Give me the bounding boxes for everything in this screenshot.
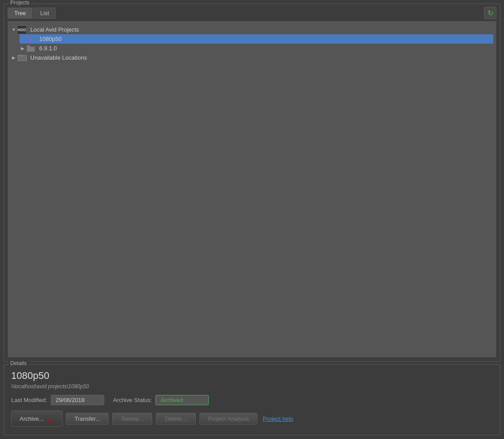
tab-tree[interactable]: Tree [8, 8, 33, 19]
tree-node-unavailable[interactable]: ▶ Unavailable Locations [11, 53, 493, 62]
buttons-row: Archive... ↙ Transfer... Sweep... Delete… [11, 411, 493, 427]
expand-arrow-6910: ▶ [20, 45, 26, 52]
tab-list[interactable]: List [33, 8, 56, 19]
details-panel-title: Details [8, 360, 28, 366]
project-name: 1080p50 [11, 370, 493, 382]
project-analysis-button[interactable]: Project Analysis [199, 413, 257, 425]
tree-node-6910[interactable]: ▶ 6.9.1.0 [20, 44, 493, 53]
archive-status-label: Archive Status: [113, 397, 152, 403]
last-modified-label: Last Modified: [11, 397, 47, 403]
project-icon-1080p50 [26, 36, 36, 43]
no-arrow-1080p50 [20, 36, 26, 42]
project-path: \\localhost\avid projects\1080p50 [11, 383, 493, 390]
transfer-button[interactable]: Transfer... [66, 413, 109, 425]
tree-label-1080p50: 1080p50 [37, 35, 64, 43]
last-modified-value: 29/06/2018 [51, 395, 104, 405]
project-help-link[interactable]: Project help [263, 415, 293, 422]
unavail-folder-icon [17, 54, 27, 61]
archive-button[interactable]: Archive... ↙ [11, 411, 62, 427]
tree-label-unavailable: Unavailable Locations [28, 54, 89, 61]
sweep-button[interactable]: Sweep... [112, 413, 152, 425]
expand-arrow-local: ▼ [11, 27, 17, 33]
hdd-icon: HDD [17, 26, 27, 33]
archive-arrow-indicator: ↙ [46, 414, 54, 425]
last-modified-group: Last Modified: 29/06/2018 [11, 395, 104, 405]
tabs-row: Tree List [8, 8, 56, 19]
refresh-icon: ↻ [488, 9, 493, 17]
details-panel: Details 1080p50 \\localhost\avid project… [4, 364, 500, 435]
archive-status-value: Archived [155, 395, 209, 405]
tree-label-6910: 6.9.1.0 [37, 45, 59, 52]
tree-label-local-avid: Local Avid Projects [28, 26, 81, 33]
projects-header: Tree List ↻ [4, 4, 500, 19]
local-avid-children: 1080p50 ▶ 6.9.1.0 [20, 34, 493, 53]
details-row: Last Modified: 29/06/2018 Archive Status… [11, 395, 493, 405]
main-container: Projects Tree List ↻ ▼ HDD Local Avid Pr… [4, 4, 500, 435]
folder-icon-6910 [26, 45, 36, 52]
refresh-button[interactable]: ↻ [484, 7, 496, 19]
archive-status-group: Archive Status: Archived [113, 395, 209, 405]
tree-node-local-avid-projects[interactable]: ▼ HDD Local Avid Projects [11, 25, 493, 34]
delete-button[interactable]: Delete... [156, 413, 196, 425]
archive-button-label: Archive... [20, 415, 44, 422]
tree-area[interactable]: ▼ HDD Local Avid Projects 1080p50 [8, 21, 496, 358]
tree-node-1080p50[interactable]: 1080p50 [20, 34, 493, 44]
expand-arrow-unavail: ▶ [11, 55, 17, 61]
projects-panel: Projects Tree List ↻ ▼ HDD Local Avid Pr… [4, 4, 500, 362]
projects-panel-title: Projects [8, 0, 31, 6]
